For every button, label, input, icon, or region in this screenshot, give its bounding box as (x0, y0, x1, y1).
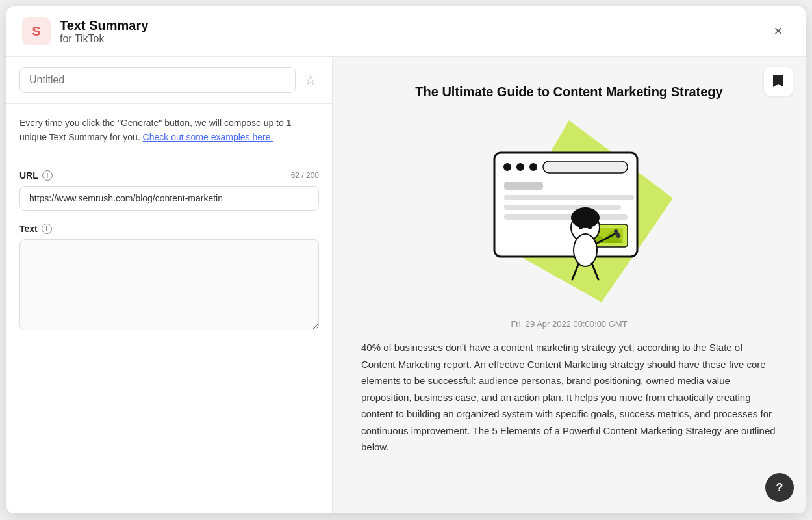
title-row: ☆ (6, 57, 332, 104)
modal-header: S Text Summary for TikTok × (6, 6, 806, 57)
star-icon: ☆ (305, 73, 316, 87)
header-title-main: Text Summary (60, 18, 767, 33)
bookmark-icon (772, 73, 785, 89)
bookmark-button[interactable] (764, 67, 793, 96)
svg-rect-5 (543, 161, 628, 173)
help-button[interactable]: ? (765, 473, 794, 502)
svg-point-2 (503, 163, 511, 171)
svg-point-14 (574, 234, 597, 266)
svg-point-3 (516, 163, 524, 171)
text-label: Text (19, 224, 38, 234)
avatar: S (22, 17, 51, 46)
url-label-row: URL i 62 / 200 (19, 170, 319, 181)
svg-point-19 (571, 207, 600, 228)
preview-content: The Ultimate Guide to Content Marketing … (333, 57, 806, 514)
svg-rect-7 (504, 195, 634, 200)
url-label: URL (19, 170, 38, 181)
form-area: URL i 62 / 200 Text i (6, 157, 332, 514)
svg-point-20 (579, 226, 583, 229)
preview-date: Fri, 29 Apr 2022 00:00:00 GMT (511, 319, 627, 329)
modal-container: S Text Summary for TikTok × ☆ Every time… (6, 6, 806, 514)
text-label-row: Text i (19, 224, 319, 234)
url-input[interactable] (19, 186, 319, 211)
examples-link[interactable]: Check out some examples here. (143, 132, 273, 142)
modal-body: ☆ Every time you click the "Generate" bu… (6, 57, 806, 514)
svg-point-21 (588, 226, 592, 229)
svg-point-4 (529, 163, 537, 171)
header-title-sub: for TikTok (60, 33, 767, 45)
svg-rect-8 (504, 205, 621, 210)
title-input[interactable] (19, 67, 296, 93)
left-panel: ☆ Every time you click the "Generate" bu… (6, 57, 333, 514)
header-title-block: Text Summary for TikTok (60, 18, 767, 45)
info-box: Every time you click the "Generate" butt… (6, 104, 332, 157)
text-textarea[interactable] (19, 239, 319, 330)
right-panel: The Ultimate Guide to Content Marketing … (333, 57, 806, 514)
preview-body-text: 40% of businesses don't have a content m… (361, 339, 777, 456)
illustration (459, 114, 679, 309)
text-info-icon[interactable]: i (42, 224, 52, 234)
svg-rect-6 (504, 182, 543, 190)
url-char-count: 62 / 200 (291, 171, 319, 180)
svg-rect-9 (504, 214, 628, 220)
preview-title: The Ultimate Guide to Content Marketing … (415, 83, 722, 101)
close-button[interactable]: × (767, 20, 790, 43)
url-info-icon[interactable]: i (42, 170, 53, 181)
star-button[interactable]: ☆ (302, 70, 319, 90)
close-icon: × (774, 23, 783, 40)
